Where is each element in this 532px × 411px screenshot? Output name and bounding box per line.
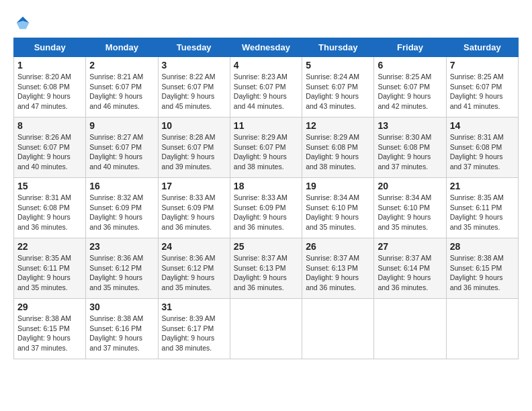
calendar-cell: 9 Sunrise: 8:27 AMSunset: 6:07 PMDayligh… <box>86 118 158 178</box>
calendar-cell: 10 Sunrise: 8:28 AMSunset: 6:07 PMDaylig… <box>158 118 230 178</box>
week-row-5: 29 Sunrise: 8:38 AMSunset: 6:15 PMDaylig… <box>14 299 519 359</box>
day-number: 26 <box>306 241 370 252</box>
day-info: Sunrise: 8:24 AMSunset: 6:07 PMDaylight:… <box>306 73 359 110</box>
day-info: Sunrise: 8:38 AMSunset: 6:15 PMDaylight:… <box>450 254 504 291</box>
calendar-cell: 23 Sunrise: 8:36 AMSunset: 6:12 PMDaylig… <box>86 238 158 299</box>
header-thursday: Thursday <box>302 38 374 57</box>
day-info: Sunrise: 8:32 AMSunset: 6:09 PMDaylight:… <box>89 193 143 231</box>
calendar-cell: 7 Sunrise: 8:25 AMSunset: 6:07 PMDayligh… <box>446 57 518 118</box>
week-row-3: 15 Sunrise: 8:31 AMSunset: 6:08 PMDaylig… <box>14 178 519 238</box>
header-monday: Monday <box>86 38 158 57</box>
week-row-4: 22 Sunrise: 8:35 AMSunset: 6:11 PMDaylig… <box>14 238 519 299</box>
day-number: 18 <box>234 181 298 191</box>
day-info: Sunrise: 8:29 AMSunset: 6:07 PMDaylight:… <box>234 133 287 171</box>
day-info: Sunrise: 8:38 AMSunset: 6:15 PMDaylight:… <box>17 314 71 352</box>
day-info: Sunrise: 8:35 AMSunset: 6:11 PMDaylight:… <box>17 254 71 291</box>
week-row-2: 8 Sunrise: 8:26 AMSunset: 6:07 PMDayligh… <box>14 118 519 178</box>
day-info: Sunrise: 8:37 AMSunset: 6:13 PMDaylight:… <box>306 254 359 291</box>
calendar-cell: 25 Sunrise: 8:37 AMSunset: 6:13 PMDaylig… <box>230 238 302 299</box>
calendar-cell: 28 Sunrise: 8:38 AMSunset: 6:15 PMDaylig… <box>446 238 518 299</box>
day-number: 11 <box>234 120 298 131</box>
calendar-cell: 24 Sunrise: 8:36 AMSunset: 6:12 PMDaylig… <box>158 238 230 299</box>
calendar-cell <box>302 299 374 359</box>
day-number: 10 <box>162 120 226 131</box>
day-number: 23 <box>89 241 154 252</box>
day-number: 22 <box>17 241 82 252</box>
calendar-cell: 22 Sunrise: 8:35 AMSunset: 6:11 PMDaylig… <box>14 238 86 299</box>
day-number: 5 <box>306 60 370 71</box>
day-number: 2 <box>89 60 154 71</box>
week-row-1: 1 Sunrise: 8:20 AMSunset: 6:08 PMDayligh… <box>14 57 519 118</box>
calendar-cell: 13 Sunrise: 8:30 AMSunset: 6:08 PMDaylig… <box>374 118 446 178</box>
day-info: Sunrise: 8:36 AMSunset: 6:12 PMDaylight:… <box>89 254 143 291</box>
day-number: 25 <box>234 241 298 252</box>
calendar-cell: 4 Sunrise: 8:23 AMSunset: 6:07 PMDayligh… <box>230 57 302 118</box>
calendar-cell: 21 Sunrise: 8:35 AMSunset: 6:11 PMDaylig… <box>446 178 518 238</box>
day-info: Sunrise: 8:28 AMSunset: 6:07 PMDaylight:… <box>162 133 216 171</box>
header-tuesday: Tuesday <box>158 38 230 57</box>
day-number: 21 <box>450 181 515 191</box>
day-info: Sunrise: 8:22 AMSunset: 6:07 PMDaylight:… <box>162 73 216 110</box>
calendar-cell: 12 Sunrise: 8:29 AMSunset: 6:08 PMDaylig… <box>302 118 374 178</box>
calendar-cell: 14 Sunrise: 8:31 AMSunset: 6:08 PMDaylig… <box>446 118 518 178</box>
day-number: 19 <box>306 181 370 191</box>
calendar-cell: 31 Sunrise: 8:39 AMSunset: 6:17 PMDaylig… <box>158 299 230 359</box>
day-number: 9 <box>89 120 154 131</box>
day-info: Sunrise: 8:31 AMSunset: 6:08 PMDaylight:… <box>450 133 504 171</box>
day-info: Sunrise: 8:34 AMSunset: 6:10 PMDaylight:… <box>378 193 431 231</box>
day-number: 8 <box>17 120 82 131</box>
day-number: 14 <box>450 120 515 131</box>
calendar-cell: 26 Sunrise: 8:37 AMSunset: 6:13 PMDaylig… <box>302 238 374 299</box>
calendar-cell: 17 Sunrise: 8:33 AMSunset: 6:09 PMDaylig… <box>158 178 230 238</box>
day-info: Sunrise: 8:37 AMSunset: 6:14 PMDaylight:… <box>378 254 431 291</box>
calendar-cell: 2 Sunrise: 8:21 AMSunset: 6:07 PMDayligh… <box>86 57 158 118</box>
day-number: 30 <box>89 302 154 312</box>
calendar-cell: 27 Sunrise: 8:37 AMSunset: 6:14 PMDaylig… <box>374 238 446 299</box>
day-info: Sunrise: 8:34 AMSunset: 6:10 PMDaylight:… <box>306 193 359 231</box>
calendar-cell: 29 Sunrise: 8:38 AMSunset: 6:15 PMDaylig… <box>14 299 86 359</box>
day-info: Sunrise: 8:33 AMSunset: 6:09 PMDaylight:… <box>162 193 216 231</box>
day-number: 31 <box>162 302 226 312</box>
day-info: Sunrise: 8:26 AMSunset: 6:07 PMDaylight:… <box>17 133 71 171</box>
day-number: 3 <box>162 60 226 71</box>
day-number: 17 <box>162 181 226 191</box>
logo-icon <box>13 13 32 32</box>
calendar-cell <box>230 299 302 359</box>
calendar-cell: 16 Sunrise: 8:32 AMSunset: 6:09 PMDaylig… <box>86 178 158 238</box>
day-info: Sunrise: 8:31 AMSunset: 6:08 PMDaylight:… <box>17 193 71 231</box>
day-number: 20 <box>378 181 442 191</box>
calendar-cell: 15 Sunrise: 8:31 AMSunset: 6:08 PMDaylig… <box>14 178 86 238</box>
calendar-cell <box>446 299 518 359</box>
calendar-cell <box>374 299 446 359</box>
calendar-header-row: SundayMondayTuesdayWednesdayThursdayFrid… <box>14 38 519 57</box>
day-number: 1 <box>17 60 82 71</box>
day-info: Sunrise: 8:20 AMSunset: 6:08 PMDaylight:… <box>17 73 71 110</box>
day-number: 24 <box>162 241 226 252</box>
page-header <box>13 13 519 32</box>
header-friday: Friday <box>374 38 446 57</box>
day-info: Sunrise: 8:38 AMSunset: 6:16 PMDaylight:… <box>89 314 143 352</box>
header-sunday: Sunday <box>14 38 86 57</box>
day-number: 29 <box>17 302 82 312</box>
calendar-cell: 5 Sunrise: 8:24 AMSunset: 6:07 PMDayligh… <box>302 57 374 118</box>
header-saturday: Saturday <box>446 38 518 57</box>
day-info: Sunrise: 8:25 AMSunset: 6:07 PMDaylight:… <box>378 73 431 110</box>
calendar-cell: 19 Sunrise: 8:34 AMSunset: 6:10 PMDaylig… <box>302 178 374 238</box>
logo <box>13 13 35 32</box>
day-info: Sunrise: 8:27 AMSunset: 6:07 PMDaylight:… <box>89 133 143 171</box>
day-number: 28 <box>450 241 515 252</box>
calendar-cell: 20 Sunrise: 8:34 AMSunset: 6:10 PMDaylig… <box>374 178 446 238</box>
calendar-cell: 6 Sunrise: 8:25 AMSunset: 6:07 PMDayligh… <box>374 57 446 118</box>
header-wednesday: Wednesday <box>230 38 302 57</box>
calendar-cell: 3 Sunrise: 8:22 AMSunset: 6:07 PMDayligh… <box>158 57 230 118</box>
day-info: Sunrise: 8:21 AMSunset: 6:07 PMDaylight:… <box>89 73 143 110</box>
day-info: Sunrise: 8:39 AMSunset: 6:17 PMDaylight:… <box>162 314 216 352</box>
day-number: 16 <box>89 181 154 191</box>
calendar-table: SundayMondayTuesdayWednesdayThursdayFrid… <box>13 38 519 359</box>
day-info: Sunrise: 8:37 AMSunset: 6:13 PMDaylight:… <box>234 254 287 291</box>
day-info: Sunrise: 8:35 AMSunset: 6:11 PMDaylight:… <box>450 193 504 231</box>
day-info: Sunrise: 8:23 AMSunset: 6:07 PMDaylight:… <box>234 73 287 110</box>
day-number: 15 <box>17 181 82 191</box>
day-info: Sunrise: 8:36 AMSunset: 6:12 PMDaylight:… <box>162 254 216 291</box>
day-info: Sunrise: 8:25 AMSunset: 6:07 PMDaylight:… <box>450 73 504 110</box>
